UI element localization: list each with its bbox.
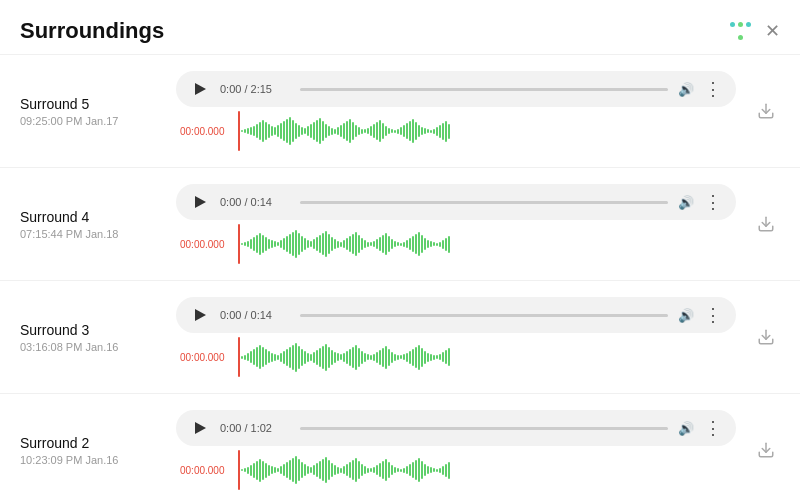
waveform-bar	[280, 240, 282, 248]
waveform-bar	[430, 241, 432, 247]
progress-bar[interactable]	[300, 201, 668, 204]
waveform-bar	[283, 238, 285, 250]
waveform-bar	[262, 461, 264, 480]
waveform-bar	[340, 354, 342, 360]
waveform-bar	[379, 463, 381, 477]
waveform-bar	[439, 125, 441, 138]
recording-item: Surround 509:25:00 PM Jan.170:00 / 2:15🔊…	[0, 55, 800, 168]
progress-bar[interactable]	[300, 88, 668, 91]
waveform-bar	[304, 464, 306, 476]
play-button[interactable]	[190, 79, 210, 99]
waveform-timestamp: 00:00.000	[180, 126, 232, 137]
play-button[interactable]	[190, 418, 210, 438]
waveform-bar	[397, 129, 399, 134]
waveform-bar	[241, 130, 243, 132]
waveform-bar	[406, 123, 408, 139]
waveform-container: 00:00.000	[176, 111, 736, 151]
waveform-bar	[301, 127, 303, 135]
waveform-bar	[253, 349, 255, 365]
waveform-bar	[322, 459, 324, 481]
waveform-bar	[241, 243, 243, 245]
waveform-bar	[403, 242, 405, 247]
waveform-bar	[415, 234, 417, 254]
waveform-bar	[265, 122, 267, 140]
more-options-icon[interactable]: ⋮	[704, 80, 722, 98]
play-button[interactable]	[190, 305, 210, 325]
more-options-icon[interactable]: ⋮	[704, 193, 722, 211]
waveform-bar	[307, 126, 309, 136]
volume-icon[interactable]: 🔊	[678, 308, 694, 323]
waveform-bar	[286, 236, 288, 252]
waveform-bar	[343, 240, 345, 248]
waveform-bar	[418, 458, 420, 482]
progress-bar[interactable]	[300, 427, 668, 430]
waveform-bar	[397, 242, 399, 246]
waveform-bar	[400, 127, 402, 135]
waveform-cursor	[238, 337, 240, 377]
waveform-bar	[370, 355, 372, 360]
waveform-bar	[418, 345, 420, 370]
waveform-bar	[337, 241, 339, 248]
waveform-bar	[352, 347, 354, 368]
waveform-bar	[256, 235, 258, 253]
waveform-timestamp: 00:00.000	[180, 239, 232, 250]
waveform-bar	[310, 467, 312, 473]
waveform-bar	[358, 127, 360, 135]
waveform-bar	[268, 465, 270, 476]
waveform-bar	[415, 460, 417, 480]
waveform-bar	[292, 345, 294, 370]
progress-bar[interactable]	[300, 314, 668, 317]
waveform-bar	[289, 234, 291, 254]
waveform-bar	[430, 467, 432, 473]
download-button[interactable]	[752, 210, 780, 238]
waveform-bar	[343, 466, 345, 474]
waveform-bar	[328, 347, 330, 368]
play-button[interactable]	[190, 192, 210, 212]
download-button[interactable]	[752, 323, 780, 351]
waveform-bar	[418, 232, 420, 256]
waveform-bar	[391, 352, 393, 363]
waveform-bar	[319, 348, 321, 367]
recording-item: Surround 407:15:44 PM Jan.180:00 / 0:14🔊…	[0, 168, 800, 281]
waveform-bar	[394, 130, 396, 133]
waveform-bar	[337, 467, 339, 474]
recording-name: Surround 5	[20, 96, 160, 112]
grid-dots-icon[interactable]	[729, 20, 751, 42]
recording-right: 0:00 / 0:14🔊⋮00:00.000	[176, 184, 736, 264]
waveform-container: 00:00.000	[176, 224, 736, 264]
waveform-bar	[331, 237, 333, 251]
waveform-bar	[286, 349, 288, 366]
waveform-bar	[250, 351, 252, 363]
waveform-bar	[295, 456, 297, 484]
waveform-bar	[262, 120, 264, 142]
more-options-icon[interactable]: ⋮	[704, 419, 722, 437]
app-header: Surroundings ✕	[0, 0, 800, 55]
play-icon	[195, 422, 206, 434]
waveform-bar	[364, 353, 366, 362]
volume-icon[interactable]: 🔊	[678, 82, 694, 97]
volume-icon[interactable]: 🔊	[678, 421, 694, 436]
waveform-bar	[415, 347, 417, 368]
waveform-bar	[382, 123, 384, 139]
waveform-bar	[373, 467, 375, 473]
waveform-bar	[415, 122, 417, 140]
play-icon	[195, 309, 206, 321]
waveform-bar	[247, 128, 249, 134]
waveform-bar	[247, 241, 249, 247]
more-options-icon[interactable]: ⋮	[704, 306, 722, 324]
waveform-bar	[421, 461, 423, 479]
volume-icon[interactable]: 🔊	[678, 195, 694, 210]
close-button[interactable]: ✕	[765, 22, 780, 40]
waveform-bar	[367, 128, 369, 134]
waveform-bar	[271, 240, 273, 248]
waveform-bar	[409, 464, 411, 476]
waveform-bar	[442, 466, 444, 475]
recording-date: 03:16:08 PM Jan.16	[20, 341, 160, 353]
download-button[interactable]	[752, 97, 780, 125]
download-button[interactable]	[752, 436, 780, 464]
waveform-bar	[334, 352, 336, 363]
waveform-bar	[316, 350, 318, 365]
waveform-bar	[328, 234, 330, 254]
waveform	[238, 337, 732, 377]
waveform-bar	[253, 126, 255, 136]
